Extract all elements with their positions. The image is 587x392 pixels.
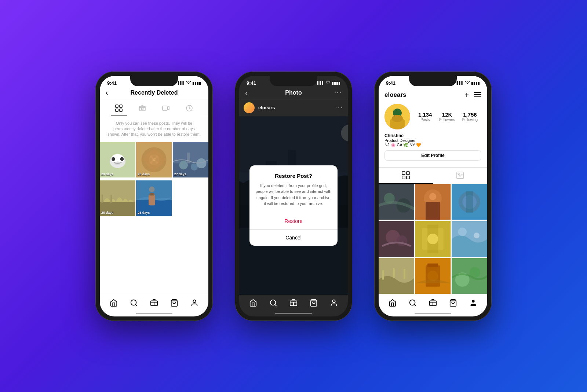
search-icon-2[interactable] [269, 299, 277, 309]
more-button-2[interactable]: ··· [334, 89, 342, 96]
back-button-2[interactable]: ‹ [245, 88, 248, 97]
grid-cell-9[interactable] [452, 258, 487, 294]
notch-1 [130, 76, 178, 86]
svg-point-70 [429, 193, 436, 200]
bio-location: NJ 🌸 CA 🌿 NY 🧡 [384, 143, 481, 147]
search-icon-1[interactable] [130, 299, 138, 309]
home-icon-3[interactable] [389, 299, 397, 309]
profile-grid [379, 184, 487, 295]
bio-name: Christine [384, 133, 481, 138]
profile-avatar [384, 104, 410, 129]
grid-cell-6[interactable] [452, 221, 487, 257]
battery-icon-3: ▮▮▮▮ [471, 81, 480, 85]
shop-icon-3[interactable] [449, 299, 457, 309]
status-icons-2: ▌▌▌ ▮▮▮▮ [317, 81, 340, 85]
grid-cell-3[interactable] [452, 184, 487, 220]
svg-point-81 [427, 234, 438, 244]
grid-cell-8[interactable] [415, 258, 451, 294]
photo-cell-5[interactable]: 25 days [136, 180, 172, 216]
post-more-2[interactable]: ··· [335, 105, 343, 111]
photo-scene-2: Restore Post? If you deleted it from you… [239, 116, 348, 295]
posts-value: 1,134 [418, 111, 432, 118]
svg-point-31 [149, 193, 154, 195]
phone-3: 9:41 ▌▌▌ ▮▮▮▮ eloears + [374, 72, 492, 321]
profile-icon-2[interactable] [330, 299, 338, 309]
svg-point-32 [149, 186, 155, 192]
wifi-icon-2 [326, 81, 330, 85]
svg-point-33 [131, 300, 136, 305]
grid-cell-1[interactable] [379, 184, 414, 220]
svg-rect-24 [187, 153, 190, 163]
photo-cell-1[interactable]: 29 days [100, 142, 135, 177]
wifi-icon-3 [465, 81, 470, 85]
svg-point-46 [270, 300, 276, 305]
profile-stats-row: 1,134 Posts 12K Followers 1,756 Followin… [384, 104, 481, 129]
nav-bar-1: ‹ Recently Deleted [100, 87, 208, 99]
reels-icon-2[interactable] [289, 299, 298, 309]
add-button[interactable]: + [464, 91, 469, 99]
restore-modal: Restore Post? If you deleted it from you… [249, 165, 338, 246]
menu-button[interactable] [474, 91, 481, 99]
edit-profile-button[interactable]: Edit Profile [384, 150, 481, 161]
home-icon-2[interactable] [249, 299, 257, 309]
profile-header: eloears + [379, 87, 487, 167]
phone-2: 9:41 ▌▌▌ ▮▮▮▮ ‹ Photo ··· eloears ··· [235, 72, 352, 321]
nav-title-1: Recently Deleted [131, 89, 178, 96]
modal-body: If you deleted it from your profile grid… [255, 183, 332, 207]
tab-clock[interactable] [181, 102, 197, 116]
svg-point-5 [142, 108, 143, 110]
day-label-5: 25 days [138, 211, 150, 215]
home-icon-1[interactable] [110, 299, 118, 309]
phone-3-screen: 9:41 ▌▌▌ ▮▮▮▮ eloears + [379, 76, 487, 316]
tab-reels[interactable] [134, 102, 150, 116]
signal-icon-3: ▌▌▌ [457, 81, 464, 85]
day-label-3: 27 days [174, 172, 186, 176]
photo-cell-2[interactable]: 26 days [136, 142, 172, 177]
svg-point-97 [472, 300, 475, 302]
followers-label: Followers [439, 118, 455, 122]
profile-actions: + [464, 91, 481, 99]
photo-cell-empty [173, 180, 208, 216]
signal-icon-1: ▌▌▌ [178, 81, 185, 85]
grid-cell-7[interactable] [379, 258, 414, 294]
svg-point-11 [112, 157, 115, 161]
modal-overlay-2: Restore Post? If you deleted it from you… [239, 116, 348, 295]
svg-rect-60 [402, 176, 405, 179]
tab-grid-profile[interactable] [379, 168, 433, 184]
svg-rect-6 [163, 106, 167, 110]
profile-bio: Christine Product Designer NJ 🌸 CA 🌿 NY … [384, 133, 481, 147]
tab-grid[interactable] [111, 102, 127, 116]
profile-icon-1[interactable] [190, 299, 198, 309]
user-row-2: eloears ··· [239, 99, 348, 116]
svg-rect-62 [457, 172, 463, 179]
svg-line-47 [275, 304, 276, 306]
svg-point-84 [474, 232, 480, 238]
photo-cell-3[interactable]: 27 days [173, 142, 208, 177]
posts-label: Posts [418, 118, 432, 122]
shop-icon-2[interactable] [310, 299, 318, 309]
back-button-1[interactable]: ‹ [106, 88, 108, 97]
profile-stats: 1,134 Posts 12K Followers 1,756 Followin… [415, 111, 481, 122]
cancel-button[interactable]: Cancel [249, 230, 338, 246]
shop-icon-1[interactable] [170, 299, 178, 309]
time-3: 9:41 [386, 80, 395, 86]
svg-point-63 [458, 173, 459, 175]
restore-button[interactable]: Restore [249, 213, 338, 229]
svg-point-37 [193, 300, 196, 302]
svg-point-12 [120, 157, 124, 161]
tab-video[interactable] [158, 102, 174, 116]
tab-tagged[interactable] [433, 168, 487, 184]
grid-cell-5[interactable] [415, 221, 451, 257]
photo-cell-4[interactable]: 25 days [100, 180, 135, 216]
svg-rect-1 [120, 105, 122, 107]
reels-icon-1[interactable] [150, 299, 158, 309]
profile-icon-3[interactable] [469, 299, 477, 309]
search-icon-3[interactable] [409, 299, 417, 309]
info-text-1: Only you can see these posts. They will … [100, 116, 208, 142]
time-1: 9:41 [107, 80, 117, 86]
username-2: eloears [258, 105, 332, 110]
grid-cell-2[interactable] [415, 184, 451, 220]
svg-rect-58 [402, 172, 405, 175]
grid-cell-4[interactable] [379, 221, 414, 257]
reels-icon-3[interactable] [429, 299, 437, 309]
